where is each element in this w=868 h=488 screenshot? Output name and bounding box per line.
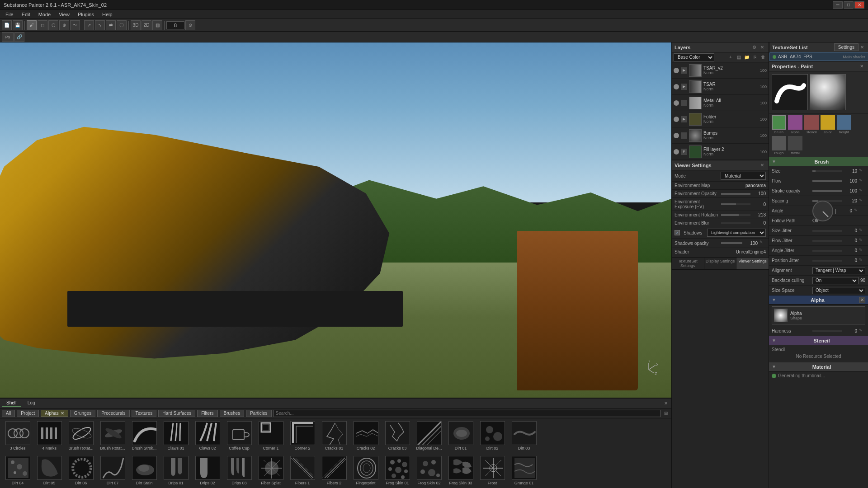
menu-file[interactable]: File <box>2 11 17 18</box>
env-blur-slider[interactable] <box>721 222 750 224</box>
position-jitter-slider[interactable] <box>812 260 842 262</box>
link-button[interactable]: 🔗 <box>14 32 24 42</box>
channel-swatch-brush[interactable] <box>772 115 786 130</box>
shelf-item-dirt03[interactable]: Dirt 03 <box>508 420 540 451</box>
shelf-item-corner1[interactable]: Corner 1 <box>255 420 287 451</box>
split-mode[interactable]: ▥ <box>152 20 162 30</box>
shelf-grid-btn[interactable]: ⊞ <box>662 410 670 417</box>
channel-swatch-color[interactable] <box>821 115 835 130</box>
angle-jitter-edit[interactable]: ✎ <box>859 248 865 254</box>
shelf-item-diagonal[interactable]: Diagonal De... <box>413 420 445 451</box>
shelf-item-frog02[interactable]: Frog Skin 02 <box>413 455 445 486</box>
channel-swatch-alpha[interactable] <box>788 115 802 130</box>
shelf-item-cracks02[interactable]: Cracks 02 <box>350 420 382 451</box>
smudge-tool[interactable]: 〜 <box>70 20 80 30</box>
angle-edit-btn[interactable]: ✎ <box>854 208 860 214</box>
env-exposure-slider[interactable] <box>721 203 750 205</box>
flow-edit-btn[interactable]: ✎ <box>859 178 865 184</box>
alpha-close-btn[interactable]: ✕ <box>859 297 865 303</box>
shelf-item-claws01[interactable]: Claws 01 <box>160 420 192 451</box>
layer-item-bumps[interactable]: Bumps Norm 100 <box>672 127 769 144</box>
filter-all[interactable]: All <box>2 410 15 417</box>
ts-item-row[interactable]: ASR_AK74_FPS Main shader <box>769 52 868 61</box>
position-jitter-edit[interactable]: ✎ <box>859 258 865 264</box>
display-settings-tab[interactable]: Display Settings <box>704 258 737 269</box>
menu-edit[interactable]: Edit <box>18 11 34 18</box>
brush-size-input[interactable] <box>166 21 184 29</box>
2d-mode[interactable]: 2D <box>142 20 151 30</box>
layer-vis-fill2[interactable] <box>674 149 679 155</box>
shelf-item-coffee[interactable]: Coffee Cup <box>223 420 255 451</box>
paint-tool[interactable]: 🖌 <box>27 20 37 30</box>
angle-wheel[interactable] <box>812 201 833 221</box>
symmetry-tool[interactable]: ⇄ <box>106 20 116 30</box>
transform-tool[interactable]: ⤡ <box>95 20 105 30</box>
shelf-item-frost[interactable]: Frost <box>476 455 508 486</box>
ts-settings-btn[interactable]: Settings <box>834 43 859 51</box>
shadows-opacity-slider[interactable] <box>721 242 742 244</box>
properties-close-btn[interactable]: ✕ <box>858 63 865 70</box>
shelf-item-brush-strok[interactable]: Brush Strok... <box>128 420 160 451</box>
layer-vis-tsar-v2[interactable] <box>674 68 679 73</box>
shelf-item-dirt-stain[interactable]: Dirt Stain <box>128 455 160 486</box>
backface-dropdown[interactable]: On <box>812 277 859 284</box>
shelf-item-dirt02[interactable]: Dirt 02 <box>476 420 508 451</box>
layers-options-btn[interactable]: ⚙ <box>750 44 758 51</box>
viewer-settings-tab[interactable]: Viewer Settings <box>736 258 769 269</box>
shelf-item-frog01[interactable]: Frog Skin 01 <box>382 455 413 486</box>
channel-swatch-stencil[interactable] <box>804 115 819 130</box>
ts-close-btn[interactable]: ✕ <box>859 44 866 51</box>
add-paint-layer-btn[interactable]: + <box>727 54 734 61</box>
textureset-settings-tab[interactable]: TextureSet Settings <box>672 258 704 269</box>
size-space-dropdown[interactable]: Object <box>812 287 865 294</box>
env-opacity-slider[interactable] <box>721 193 750 195</box>
stencil-section-header[interactable]: ▼ Stencil <box>769 336 868 345</box>
filter-project[interactable]: Project <box>17 410 39 417</box>
shelf-item-brush-rot1[interactable]: Brush Rotat... <box>65 420 97 451</box>
size-edit-btn[interactable]: ✎ <box>859 168 865 174</box>
shelf-item-corner2[interactable]: Corner 2 <box>287 420 318 451</box>
shelf-item-3circles[interactable]: 3 Circles <box>2 420 33 451</box>
shelf-item-dirt07[interactable]: Dirt 07 <box>97 455 128 486</box>
shelf-item-grunge01[interactable]: Grunge 01 <box>508 455 540 486</box>
size-jitter-edit[interactable]: ✎ <box>859 228 865 234</box>
filter-alphas-active[interactable]: Alphas ✕ <box>41 410 68 417</box>
size-jitter-slider[interactable] <box>812 230 842 232</box>
hardness-slider[interactable] <box>812 330 842 332</box>
hardness-edit[interactable]: ✎ <box>859 328 865 334</box>
shelf-item-fibers2[interactable]: Fibers 2 <box>318 455 350 486</box>
layer-vis-folder[interactable] <box>674 117 679 122</box>
shelf-item-fiber-splat[interactable]: Fiber Splat <box>255 455 287 486</box>
shelf-item-dirt01[interactable]: Dirt 01 <box>445 420 476 451</box>
minimize-button[interactable]: ─ <box>833 1 843 9</box>
shelf-item-cracks01[interactable]: Cracks 01 <box>318 420 350 451</box>
channel-swatch-rough[interactable] <box>772 136 786 150</box>
maximize-button[interactable]: □ <box>844 1 854 9</box>
shadows-opacity-edit[interactable]: ✎ <box>760 240 766 246</box>
shelf-search-input[interactable] <box>274 410 660 417</box>
filter-particles[interactable]: Particles <box>246 410 271 417</box>
shelf-item-claws02[interactable]: Claws 02 <box>192 420 223 451</box>
3d-mode[interactable]: 3D <box>131 20 141 30</box>
alpha-section-header[interactable]: ▼ Alpha ✕ <box>769 296 868 305</box>
shelf-item-frog03[interactable]: Frog Skin 03 <box>445 455 476 486</box>
layer-item-fill2[interactable]: F Fill layer 2 Norm 100 <box>672 144 769 160</box>
filter-alphas-close[interactable]: ✕ <box>61 411 64 416</box>
alignment-dropdown[interactable]: Tangent | Wrap <box>812 267 865 274</box>
menu-mode[interactable]: Mode <box>35 11 55 18</box>
clone-tool[interactable]: ⊕ <box>59 20 69 30</box>
layer-item-tsar-v2[interactable]: ▶ TSAR_v2 Norm 100 <box>672 62 769 79</box>
layer-item-folder[interactable]: ▶ Folder Norm 100 <box>672 111 769 127</box>
filter-textures[interactable]: Textures <box>132 410 157 417</box>
shelf-item-fibers1[interactable]: Fibers 1 <box>287 455 318 486</box>
filter-brushes[interactable]: Brushes <box>220 410 245 417</box>
log-tab[interactable]: Log <box>23 399 40 407</box>
env-rotation-slider[interactable] <box>721 214 750 216</box>
viewer-close-btn[interactable]: ✕ <box>759 162 766 169</box>
filter-filters[interactable]: Filters <box>197 410 217 417</box>
size-slider[interactable] <box>812 170 842 172</box>
shelf-close-btn[interactable]: ✕ <box>662 400 670 407</box>
filter-grunges[interactable]: Grunges <box>70 410 95 417</box>
channel-dropdown[interactable]: Base Color <box>674 53 714 61</box>
shelf-item-drips02[interactable]: Drips 02 <box>192 455 223 486</box>
